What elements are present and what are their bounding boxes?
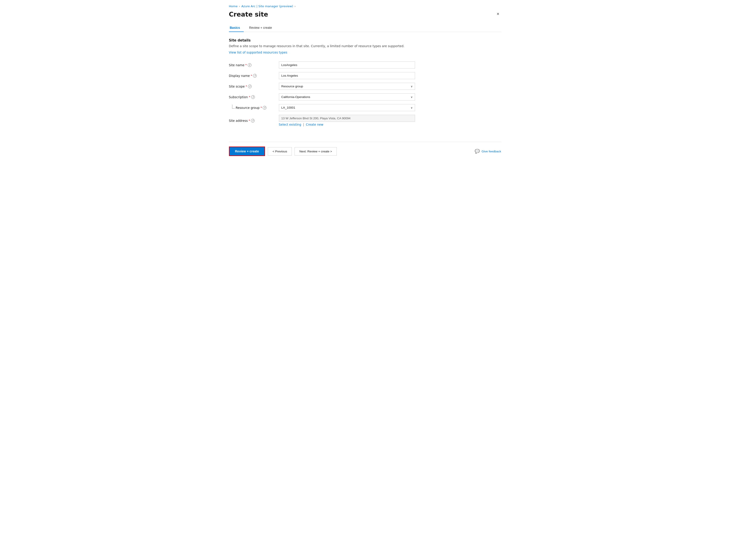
resource-group-required: * [260,106,262,109]
address-links: Select existing | Create new [279,123,433,126]
previous-button[interactable]: < Previous [268,147,292,156]
close-button[interactable]: × [495,11,501,17]
footer: Review + create < Previous Next: Review … [229,142,501,161]
resource-group-input-cell: LA_10001 ∨ [279,102,433,113]
display-name-required: * [251,74,252,77]
site-name-label-cell: Site name * i [229,60,279,70]
site-address-label-cell: Site address * i [229,113,279,128]
site-name-input-cell [279,60,433,70]
site-details-section: Site details Define a site scope to mana… [229,38,501,60]
section-title: Site details [229,38,501,42]
create-new-link[interactable]: Create new [306,123,323,126]
feedback-label: Give feedback [482,150,501,153]
site-scope-label: Site scope [229,85,245,88]
subscription-info-icon[interactable]: i [251,95,255,99]
feedback-icon: 💬 [475,149,480,154]
site-scope-required: * [245,85,247,88]
resource-group-label-cell: Resource group * i [229,102,279,113]
resource-group-select-wrapper: LA_10001 ∨ [279,104,415,111]
display-name-info-icon[interactable]: i [253,74,257,78]
resource-group-label: Resource group [236,106,259,110]
display-name-input[interactable] [279,72,415,79]
tabs-container: Basics Review + create [229,24,501,32]
site-name-required: * [245,63,247,67]
site-name-input[interactable] [279,61,415,68]
display-name-label-cell: Display name * i [229,70,279,81]
breadcrumb-sep-2: › [294,5,296,8]
resource-group-select[interactable]: LA_10001 [279,104,415,111]
subscription-required: * [249,95,250,99]
breadcrumb: Home › Azure Arc | Site manager (preview… [229,5,501,8]
site-scope-select-wrapper: Resource group ∨ [279,83,415,90]
indent-line [232,105,235,109]
page-title: Create site [229,11,268,18]
tab-review-create[interactable]: Review + create [248,24,276,32]
subscription-select[interactable]: California-Operations [279,93,415,100]
breadcrumb-site-manager[interactable]: Azure Arc | Site manager (preview) [241,5,293,8]
select-existing-link[interactable]: Select existing [279,123,301,126]
support-link[interactable]: View list of supported resources types [229,51,287,54]
site-name-label: Site name [229,63,245,67]
subscription-input-cell: California-Operations ∨ [279,92,433,102]
subscription-label-cell: Subscription * i [229,92,279,102]
tab-basics[interactable]: Basics [229,24,244,32]
breadcrumb-home[interactable]: Home [229,5,237,8]
page-header: Create site × [229,11,501,18]
address-links-separator: | [303,123,304,126]
subscription-label: Subscription [229,95,248,99]
section-description: Define a site scope to manage resources … [229,44,501,48]
site-address-label: Site address [229,119,248,122]
site-scope-info-icon[interactable]: i [248,85,252,88]
subscription-select-wrapper: California-Operations ∨ [279,93,415,100]
next-button[interactable]: Next: Review + create > [294,147,337,156]
review-create-button[interactable]: Review + create [229,147,265,156]
display-name-label: Display name [229,74,250,78]
site-address-input[interactable] [279,115,415,122]
site-address-info-icon[interactable]: i [251,119,254,122]
give-feedback-button[interactable]: 💬 Give feedback [475,149,501,154]
breadcrumb-sep-1: › [239,5,240,8]
site-scope-label-cell: Site scope * i [229,81,279,92]
form: Site name * i Display name * i Site scop… [229,60,433,128]
resource-group-info-icon[interactable]: i [263,106,266,110]
display-name-input-cell [279,70,433,81]
site-scope-input-cell: Resource group ∨ [279,81,433,92]
site-scope-select[interactable]: Resource group [279,83,415,90]
site-address-required: * [249,119,250,122]
site-name-info-icon[interactable]: i [248,63,251,67]
site-address-input-cell: Select existing | Create new [279,113,433,128]
